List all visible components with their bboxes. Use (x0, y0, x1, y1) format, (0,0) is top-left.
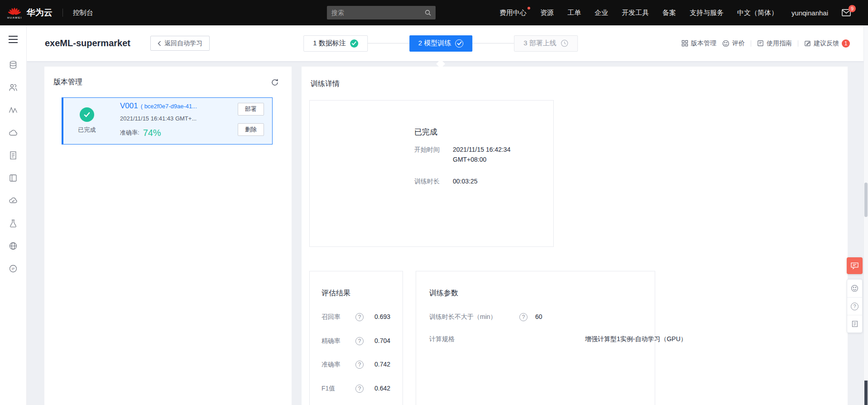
chat-icon (850, 262, 859, 270)
start-time-label: 开始时间 (414, 146, 440, 154)
search-box (327, 6, 436, 19)
feedback-badge: 1 (842, 39, 850, 48)
step-connector (472, 43, 514, 43)
training-status-box: 已完成 开始时间 2021/11/15 16:42:34 GMT+08:00 训… (309, 100, 554, 247)
search-icon[interactable] (425, 10, 431, 16)
version-title-row: V001 ( bce2f0e7-d9ae-41... (120, 101, 197, 111)
version-card[interactable]: 已完成 V001 ( bce2f0e7-d9ae-41... 2021/11/1… (62, 97, 273, 145)
help-icon[interactable]: ? (355, 313, 364, 321)
version-panel: 版本管理 已完成 V001 ( bce2f0e7-d9ae-41... 2021… (44, 67, 292, 405)
param-value: 60 (535, 313, 542, 320)
deploy-button[interactable]: 部署 (238, 103, 264, 116)
sidebar-item-ip[interactable]: IP (0, 257, 26, 280)
step-connector (368, 43, 409, 43)
document-icon (9, 151, 18, 160)
feedback-button[interactable]: 建议反馈 1 (804, 39, 850, 48)
huawei-flower-icon (8, 7, 21, 16)
workflow-steps: 1 数据标注 2 模型训练 3 部署上线 (303, 35, 578, 52)
metric-value: 0.742 (374, 361, 390, 368)
sidebar-item-cloud[interactable] (0, 121, 26, 144)
nav-language[interactable]: 中文（简体） (737, 9, 778, 17)
satisfaction-survey-button[interactable] (847, 280, 862, 297)
metric-value: 0.642 (374, 385, 390, 392)
sidebar-item-database[interactable] (0, 53, 26, 76)
sidebar-item-document[interactable] (0, 144, 26, 167)
sidebar-item-users[interactable] (0, 76, 26, 99)
sidebar-item-monitor[interactable] (0, 99, 26, 121)
step-data-labeling[interactable]: 1 数据标注 (303, 35, 368, 52)
help-icon[interactable]: ? (355, 385, 364, 393)
sidebar-item-globe[interactable] (0, 235, 26, 257)
params-box: 训练参数 训练时长不大于（min） ? 60 计算规格 增强计算型1实例-自动学… (416, 271, 655, 405)
rate-button[interactable]: 评价 (722, 39, 745, 48)
help-icon[interactable]: ? (355, 361, 364, 369)
user-guide-button[interactable]: 使用指南 (757, 39, 792, 48)
notification-dot (528, 7, 530, 10)
nav-resources[interactable]: 资源 (540, 9, 554, 17)
param-row: 计算规格 增强计算型1实例-自动学习（GPU） (416, 335, 655, 344)
training-status: 已完成 (414, 127, 437, 137)
version-status: 已完成 (69, 126, 105, 134)
version-panel-title: 版本管理 (53, 77, 82, 87)
feedback-form-icon (851, 320, 858, 328)
accuracy-label: 准确率: (120, 129, 139, 137)
nav-username[interactable]: yunqinanhai (791, 9, 828, 17)
metric-row: 准确率 ? 0.742 (310, 361, 403, 370)
nav-billing-label: 费用中心 (499, 9, 527, 16)
metric-row: 召回率 ? 0.693 (310, 313, 403, 322)
training-panel-title: 训练详情 (311, 79, 340, 89)
pulse-icon (9, 106, 18, 115)
version-id: ( bce2f0e7-d9ae-41... (141, 103, 197, 110)
delete-button[interactable]: 删除 (238, 123, 264, 136)
metric-label: 召回率 (321, 313, 340, 321)
clock-icon (561, 39, 568, 47)
step-label: 2 模型训练 (418, 39, 451, 48)
nav-devtools[interactable]: 开发工具 (622, 9, 649, 17)
nav-billing[interactable]: 费用中心 (499, 9, 527, 17)
help-icon: ? (851, 303, 858, 310)
guide-icon (757, 40, 764, 47)
step-model-training[interactable]: 2 模型训练 (409, 35, 473, 52)
training-detail-panel: 训练详情 已完成 开始时间 2021/11/15 16:42:34 GMT+08… (302, 67, 848, 405)
step-label: 3 部署上线 (523, 39, 556, 48)
param-value: 增强计算型1实例-自动学习（GPU） (585, 335, 687, 343)
help-center-button[interactable]: ? (847, 297, 862, 315)
brand-name[interactable]: 华为云 (27, 7, 53, 19)
users-icon (9, 83, 18, 92)
evaluation-title: 评估结果 (321, 289, 350, 298)
check-icon (455, 39, 463, 48)
top-navbar: HUAWEI 华为云 控制台 费用中心 资源 工单 企业 开发工具 备案 支持与… (0, 0, 868, 25)
search-input[interactable] (331, 9, 425, 16)
nav-icp[interactable]: 备案 (662, 9, 676, 17)
mail-button[interactable]: 9 (842, 9, 851, 16)
step-deployment[interactable]: 3 部署上线 (514, 35, 578, 52)
param-label: 训练时长不大于（min） (429, 313, 497, 321)
help-icon[interactable]: ? (355, 337, 364, 345)
sidebar-item-cloud-check[interactable] (0, 189, 26, 212)
refresh-button[interactable] (271, 78, 279, 87)
logo-text: HUAWEI (7, 16, 22, 19)
duration-value: 00:03:25 (453, 176, 478, 186)
smiley-icon (722, 40, 729, 47)
nav-tickets[interactable]: 工单 (567, 9, 581, 17)
page-header: exeML-supermarket 返回自动学习 1 数据标注 2 模型训练 3… (27, 25, 868, 61)
param-row: 训练时长不大于（min） ? 60 (416, 313, 655, 322)
nav-enterprise[interactable]: 企业 (595, 9, 608, 17)
help-icon[interactable]: ? (519, 313, 528, 321)
scrollbar-thumb-bottom[interactable] (864, 381, 868, 405)
live-chat-button[interactable] (847, 257, 863, 274)
huawei-logo[interactable]: HUAWEI (7, 7, 22, 19)
nav-support[interactable]: 支持与服务 (690, 9, 724, 17)
page-scrollbar (863, 25, 868, 405)
version-management-button[interactable]: 版本管理 (681, 39, 716, 48)
feedback-form-button[interactable] (847, 315, 862, 333)
sidebar-item-flask[interactable] (0, 212, 26, 235)
page: { "colors": { "accent_blue": "#1a7af8", … (0, 0, 868, 405)
sidebar-item-notebook[interactable] (0, 167, 26, 189)
back-button[interactable]: 返回自动学习 (150, 36, 210, 51)
menu-toggle-button[interactable] (8, 35, 18, 43)
version-name-link[interactable]: V001 (120, 101, 138, 111)
duration-label: 训练时长 (414, 178, 440, 186)
nav-console[interactable]: 控制台 (73, 9, 93, 17)
scrollbar-thumb[interactable] (864, 183, 868, 217)
